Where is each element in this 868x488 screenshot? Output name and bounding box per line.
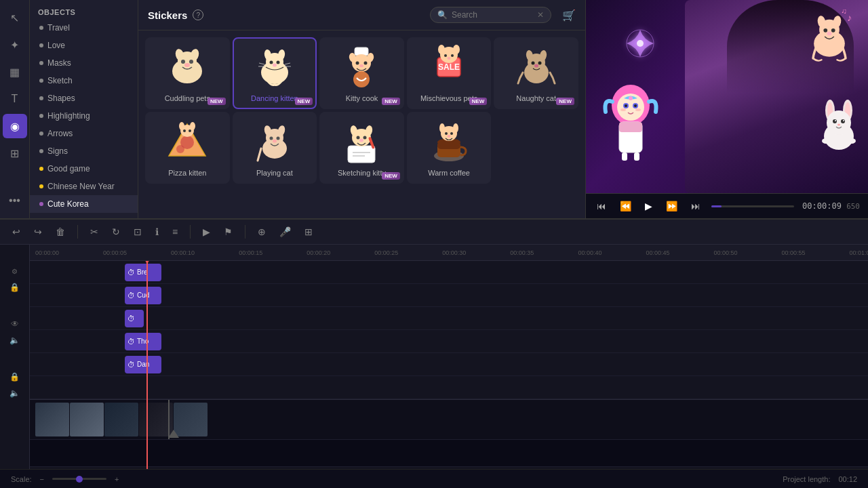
sticker-kitty-cook[interactable]: Kitty cook NEW xyxy=(319,37,404,109)
info-button[interactable]: ℹ xyxy=(151,224,163,240)
svg-point-74 xyxy=(450,132,453,135)
mic-button[interactable]: 🎤 xyxy=(275,224,295,240)
grid-button[interactable]: ⊞ xyxy=(300,224,317,240)
skip-to-start-button[interactable]: ⏮ xyxy=(594,198,609,214)
tl-settings-button[interactable]: ⚙ xyxy=(4,264,26,279)
category-item-signs[interactable]: Signs xyxy=(30,142,138,160)
svg-point-33 xyxy=(448,57,451,60)
clip-cud[interactable]: ⏱ Cud xyxy=(125,287,161,304)
clip-tho[interactable]: ⏱ Tho xyxy=(125,333,161,350)
scale-slider[interactable] xyxy=(52,478,106,480)
category-item-kawaii-japan[interactable]: Kawaii Japan xyxy=(30,213,138,218)
tl-eye-button[interactable]: 👁 xyxy=(4,317,26,331)
svg-point-53 xyxy=(269,137,273,140)
skip-to-end-button[interactable]: ⏭ xyxy=(688,198,703,214)
sticker-pizza-kitten-label: Pizza kitten xyxy=(168,169,206,177)
playhead[interactable] xyxy=(146,261,148,469)
svg-point-25 xyxy=(353,71,370,87)
sticker-sketching-kitty-image xyxy=(326,119,397,166)
sticker-cuddling-pets-badge: NEW xyxy=(208,98,226,105)
cart-icon[interactable]: 🛒 xyxy=(562,9,576,22)
sidebar-icon-transitions[interactable]: ⊞ xyxy=(3,141,27,165)
svg-point-5 xyxy=(189,60,193,64)
clip-tho-icon: ⏱ xyxy=(127,338,135,346)
category-item-shapes[interactable]: Shapes xyxy=(30,89,138,107)
sidebar-icon-media[interactable]: ▦ xyxy=(3,60,27,84)
location-button[interactable]: ⊕ xyxy=(254,224,270,240)
delete-button[interactable]: 🗑 xyxy=(52,224,69,240)
search-icon: 🔍 xyxy=(437,10,448,20)
scale-min-icon[interactable]: − xyxy=(40,475,44,483)
undo-button[interactable]: ↩ xyxy=(8,224,24,240)
category-item-sketch[interactable]: Sketch xyxy=(30,72,138,89)
svg-point-111 xyxy=(822,138,830,144)
help-icon[interactable]: ? xyxy=(193,9,203,20)
clip-unknown[interactable]: ⏱ xyxy=(125,310,144,327)
toolbar-separator-3 xyxy=(245,225,245,239)
clip-cud-icon: ⏱ xyxy=(127,291,135,300)
cut-button[interactable]: ✂ xyxy=(86,224,102,240)
ruler-mark-12: 00:01:00 xyxy=(850,249,868,256)
redo2-button[interactable]: ↻ xyxy=(108,224,124,240)
redo-button[interactable]: ↪ xyxy=(30,224,46,240)
sidebar-icon-more[interactable]: ••• xyxy=(3,188,27,213)
svg-point-38 xyxy=(531,62,534,65)
category-item-highlighting[interactable]: Highlighting xyxy=(30,107,138,125)
category-item-love[interactable]: Love xyxy=(30,37,138,54)
scale-max-icon[interactable]: + xyxy=(115,475,119,483)
audio-track xyxy=(30,440,868,467)
progress-bar[interactable] xyxy=(711,205,794,207)
svg-point-63 xyxy=(363,136,367,140)
svg-line-16 xyxy=(285,63,290,64)
svg-point-39 xyxy=(538,62,541,65)
tl-lock2-button[interactable]: 🔒 xyxy=(4,369,26,384)
sticker-pizza-kitten[interactable]: Pizza kitten xyxy=(145,112,230,184)
clear-search-icon[interactable]: ✕ xyxy=(537,10,544,20)
step-forward-button[interactable]: ⏩ xyxy=(663,198,680,214)
search-input[interactable] xyxy=(452,10,533,20)
flag-button[interactable]: ⚑ xyxy=(220,224,237,240)
timeline-track-1: ⏱ Cud xyxy=(30,284,868,307)
category-item-travel[interactable]: Travel xyxy=(30,19,138,37)
sidebar-icon-text[interactable]: T xyxy=(3,87,27,111)
sticker-cuddling-pets[interactable]: Cuddling pets NEW xyxy=(145,37,230,109)
sticker-mischievous-pets[interactable]: SALE Mischievous pets NEW xyxy=(407,37,492,109)
clip-dan[interactable]: ⏱ Dan xyxy=(125,356,161,373)
video-button[interactable]: ▶ xyxy=(199,224,214,240)
category-item-masks[interactable]: Masks xyxy=(30,54,138,72)
tl-vol2-button[interactable]: 🔈 xyxy=(4,386,26,401)
sticker-warm-coffee[interactable]: Warm coffee xyxy=(407,112,492,184)
bottom-bar: Scale: − + Project length: 00:12 xyxy=(0,469,868,488)
svg-point-29 xyxy=(438,45,445,54)
svg-point-106 xyxy=(833,119,837,123)
sticker-playing-cat[interactable]: Playing cat xyxy=(233,112,317,184)
play-button[interactable]: ▶ xyxy=(642,198,655,214)
category-item-chinese-new-year[interactable]: Chinese New Year xyxy=(30,178,138,195)
category-item-good-game[interactable]: Good game xyxy=(30,160,138,178)
sidebar-icon-effects[interactable]: ✦ xyxy=(3,33,27,57)
crop-button[interactable]: ⊡ xyxy=(130,224,146,240)
svg-point-40 xyxy=(534,64,538,68)
step-back-button[interactable]: ⏪ xyxy=(617,198,634,214)
list-button[interactable]: ≡ xyxy=(168,224,182,240)
svg-point-30 xyxy=(453,45,460,54)
sticker-dancing-kitten[interactable]: Dancing kitten NEW xyxy=(233,37,317,109)
timeline-track-0: ⏱ Bre xyxy=(30,261,868,284)
category-item-cute-korea[interactable]: Cute Korea xyxy=(30,195,138,213)
sidebar-icon-cursor[interactable]: ↖ xyxy=(3,5,27,30)
category-item-arrows[interactable]: Arrows xyxy=(30,125,138,142)
svg-point-46 xyxy=(190,122,195,130)
scale-label: Scale: xyxy=(11,475,32,483)
ruler-mark-9: 00:00:45 xyxy=(646,249,669,256)
svg-point-110 xyxy=(837,123,840,125)
tl-vol-button[interactable]: 🔈 xyxy=(4,333,26,348)
ruler-mark-3: 00:00:15 xyxy=(239,249,262,256)
video-track xyxy=(30,399,868,440)
clip-bre[interactable]: ⏱ Bre xyxy=(125,264,161,281)
sticker-sketching-kitty[interactable]: Sketching kitty NEW xyxy=(319,112,404,184)
sticker-cuddling-pets-label: Cuddling pets xyxy=(165,94,210,102)
tl-lock-button[interactable]: 🔒 xyxy=(4,280,26,295)
sticker-kitty-cook-label: Kitty cook xyxy=(346,94,378,102)
sticker-naughty-cat[interactable]: Naughty cat NEW xyxy=(494,37,578,109)
sidebar-icon-objects[interactable]: ◉ xyxy=(3,114,27,138)
